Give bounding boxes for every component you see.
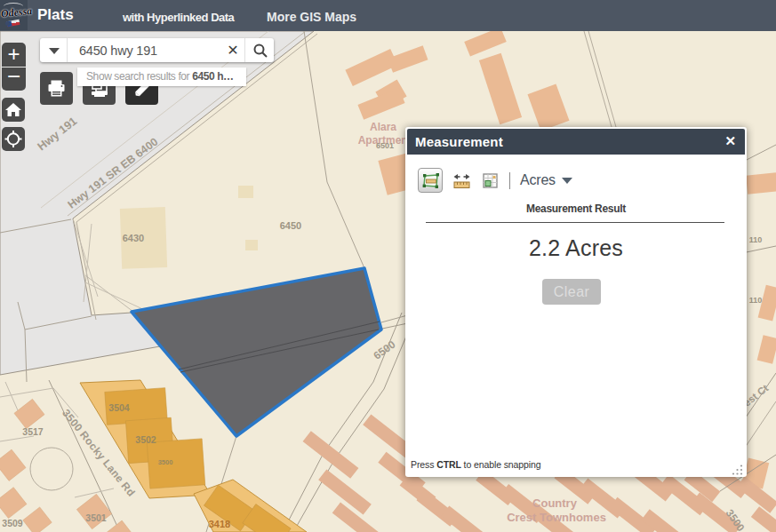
svg-text:3501: 3501 [85,512,107,523]
svg-text:Country: Country [532,496,578,510]
svg-text:3509: 3509 [2,518,23,528]
svg-text:3517: 3517 [22,426,44,437]
svg-text:110: 110 [749,296,763,305]
svg-text:Crest Townhomes: Crest Townhomes [507,511,606,524]
svg-text:6430: 6430 [123,233,144,243]
svg-text:3504: 3504 [108,402,130,413]
svg-text:110: 110 [749,235,763,244]
svg-text:6450: 6450 [280,220,301,231]
svg-text:3502: 3502 [135,434,156,445]
svg-text:6501: 6501 [376,141,394,150]
svg-text:Alara: Alara [370,121,396,133]
svg-text:3418: 3418 [209,519,230,529]
svg-text:3500: 3500 [158,458,173,466]
